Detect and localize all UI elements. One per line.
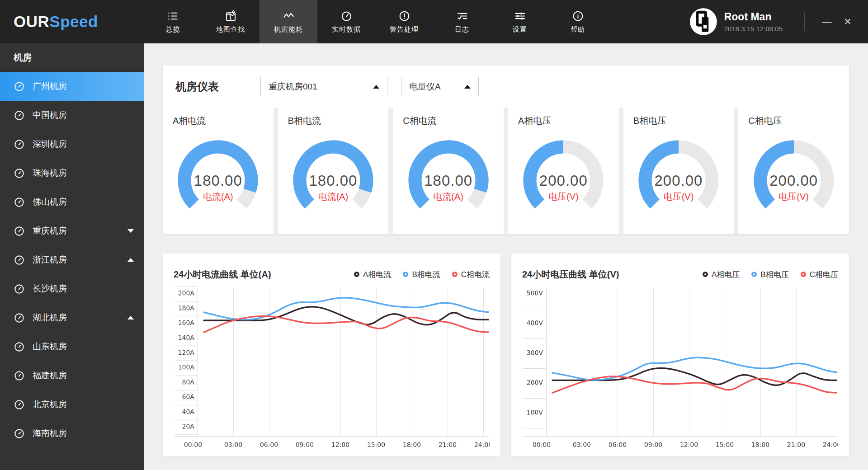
datetime: 2018.3.15 12:08:05 xyxy=(724,25,783,33)
chart-header: 24小时电压曲线 单位(V)A相电压B相电压C相电压 xyxy=(522,264,838,284)
gauge-unit-label: 电流(A) xyxy=(288,191,378,203)
gauge-unit-label: 电压(V) xyxy=(633,191,724,203)
caret-up-icon xyxy=(373,85,379,89)
user-info: Root Man 2018.3.15 12:08:05 xyxy=(724,11,783,33)
sidebar-item-list: 广州机房中国机房深圳机房珠海机房佛山机房重庆机房浙江机房长沙机房湖北机房山东机房… xyxy=(0,72,144,448)
gauge-title: B相电流 xyxy=(278,115,389,127)
gauge-card-3: C相电流180.00电流(A) xyxy=(393,108,504,234)
gauge-icon xyxy=(14,110,25,121)
gauge: 180.00电流(A) xyxy=(173,134,263,223)
caret-down-icon[interactable] xyxy=(127,229,134,233)
nav-item-log[interactable]: 日志 xyxy=(433,0,491,43)
gauge-icon xyxy=(14,254,25,266)
gauge-title: C相电流 xyxy=(393,115,504,127)
gauge-value: 200.00 xyxy=(749,172,839,189)
sidebar-item-5[interactable]: 佛山机房 xyxy=(0,188,144,216)
legend-ring-icon xyxy=(403,272,408,277)
nav-item-map-search[interactable]: 地图查找 xyxy=(202,0,259,43)
gauge-icon xyxy=(14,139,25,150)
sidebar-item-label: 中国机房 xyxy=(33,109,67,121)
gauge-title: C相电压 xyxy=(738,115,849,127)
meters-header: 机房仪表 重庆机房001 电量仪A xyxy=(163,66,849,108)
sidebar-item-12[interactable]: 北京机房 xyxy=(0,390,144,419)
legend-item[interactable]: C相电流 xyxy=(452,269,490,280)
sidebar-item-label: 北京机房 xyxy=(33,399,67,410)
gauge: 200.00电压(V) xyxy=(633,134,724,223)
legend-item[interactable]: C相电压 xyxy=(801,269,838,280)
sidebar-item-1[interactable]: 广州机房 xyxy=(0,72,144,101)
gauge-title: A相电压 xyxy=(508,115,619,127)
chart-panel-voltage: 24小时电压曲线 单位(V)A相电压B相电压C相电压 xyxy=(511,254,849,456)
charts-row: 24小时电流曲线 单位(A)A相电流B相电流C相电流24小时电压曲线 单位(V)… xyxy=(163,254,849,456)
line-chart-canvas xyxy=(174,284,490,452)
sidebar-item-11[interactable]: 福建机房 xyxy=(0,361,144,390)
gauge-card-4: A相电压200.00电压(V) xyxy=(508,108,619,234)
sidebar-item-4[interactable]: 珠海机房 xyxy=(0,159,144,188)
settings-icon xyxy=(514,10,526,22)
sidebar-item-13[interactable]: 海南机房 xyxy=(0,419,144,448)
legend-label: B相电流 xyxy=(412,269,440,280)
alert-icon xyxy=(398,10,410,22)
nav-item-alert[interactable]: 警告处理 xyxy=(375,0,433,43)
energy-wave-icon xyxy=(283,10,295,22)
legend-item[interactable]: A相电压 xyxy=(703,269,740,280)
sidebar-item-9[interactable]: 湖北机房 xyxy=(0,303,144,332)
sidebar-item-10[interactable]: 山东机房 xyxy=(0,332,144,361)
sidebar-item-label: 海南机房 xyxy=(33,428,67,439)
top-nav: 总揽地图查找机房能耗实时数据警告处理日志设置帮助 xyxy=(144,0,607,43)
gauge-value: 200.00 xyxy=(518,172,609,189)
gauge-unit-label: 电压(V) xyxy=(749,191,839,203)
gauge-card-1: A相电流180.00电流(A) xyxy=(163,108,274,234)
nav-item-energy-wave[interactable]: 机房能耗 xyxy=(259,0,317,43)
gauge-unit-label: 电压(V) xyxy=(518,191,609,203)
chart-legend: A相电压B相电压C相电压 xyxy=(703,269,838,280)
gauge-icon xyxy=(14,283,25,295)
gauge-card-2: B相电流180.00电流(A) xyxy=(278,108,389,234)
gauge-icon xyxy=(14,312,25,324)
gauge: 200.00电压(V) xyxy=(518,134,609,223)
legend-ring-icon xyxy=(452,272,458,277)
topbar: OURSpeed 总揽地图查找机房能耗实时数据警告处理日志设置帮助 Root M… xyxy=(0,0,868,43)
nav-item-label: 总揽 xyxy=(165,25,180,34)
gauge-title: A相电流 xyxy=(163,115,274,127)
caret-up-icon[interactable] xyxy=(127,316,134,320)
sidebar-item-7[interactable]: 浙江机房 xyxy=(0,245,144,274)
window-controls: — ✕ xyxy=(804,0,868,43)
window-controls-divider xyxy=(804,13,805,31)
nav-item-label: 实时数据 xyxy=(332,25,361,34)
main-content: 机房仪表 重庆机房001 电量仪A A相电流180.00电流(A)B相电流180… xyxy=(144,43,868,470)
minimize-button[interactable]: — xyxy=(816,11,837,32)
legend-item[interactable]: A相电流 xyxy=(354,269,391,280)
device-select[interactable]: 电量仪A xyxy=(401,77,479,96)
gauge-card-6: C相电压200.00电压(V) xyxy=(738,108,849,234)
gauge-value: 180.00 xyxy=(403,172,494,189)
caret-up-icon xyxy=(464,85,471,89)
gauge: 180.00电流(A) xyxy=(403,134,494,223)
logo-primary: OUR xyxy=(14,13,49,31)
caret-up-icon[interactable] xyxy=(127,258,134,262)
app-logo: OURSpeed xyxy=(0,0,144,43)
room-select[interactable]: 重庆机房001 xyxy=(260,77,387,96)
gauge-icon xyxy=(14,226,25,237)
nav-item-settings[interactable]: 设置 xyxy=(491,0,549,43)
sidebar-item-2[interactable]: 中国机房 xyxy=(0,101,144,130)
logo-accent: Speed xyxy=(49,13,98,31)
gauge-icon xyxy=(14,399,25,410)
overview-icon xyxy=(167,10,179,22)
sidebar: 机房 广州机房中国机房深圳机房珠海机房佛山机房重庆机房浙江机房长沙机房湖北机房山… xyxy=(0,43,144,470)
nav-item-overview[interactable]: 总揽 xyxy=(144,0,202,43)
sidebar-item-6[interactable]: 重庆机房 xyxy=(0,216,144,245)
legend-item[interactable]: B相电压 xyxy=(751,269,788,280)
nav-item-label: 帮助 xyxy=(571,25,585,34)
gauge-unit-label: 电流(A) xyxy=(173,191,263,203)
user-name: Root Man xyxy=(724,11,783,23)
nav-item-realtime[interactable]: 实时数据 xyxy=(317,0,375,43)
close-button[interactable]: ✕ xyxy=(837,11,858,32)
sidebar-item-3[interactable]: 深圳机房 xyxy=(0,130,144,159)
sidebar-item-8[interactable]: 长沙机房 xyxy=(0,274,144,303)
device-select-value: 电量仪A xyxy=(409,81,441,93)
legend-label: A相电流 xyxy=(363,269,391,280)
nav-item-help[interactable]: 帮助 xyxy=(549,0,607,43)
legend-item[interactable]: B相电流 xyxy=(403,269,440,280)
avatar[interactable] xyxy=(690,8,717,35)
